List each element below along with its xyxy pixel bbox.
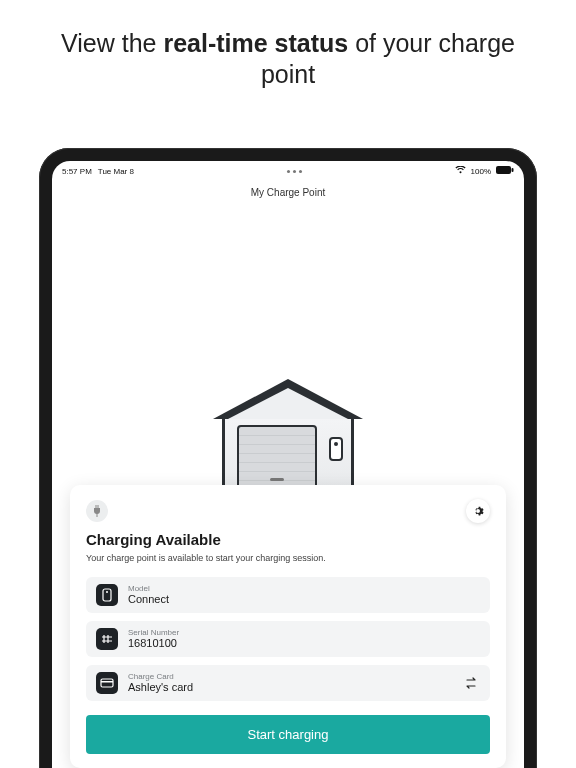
serial-value: 16810100 [128, 637, 179, 649]
info-row-serial[interactable]: Serial Number 16810100 [86, 621, 490, 657]
svg-rect-1 [512, 168, 514, 172]
gear-icon [472, 505, 484, 517]
status-bar: 5:57 PM Tue Mar 8 100% [52, 161, 524, 177]
charger-unit-icon [329, 437, 343, 461]
settings-button[interactable] [466, 499, 490, 523]
info-row-model[interactable]: Model Connect [86, 577, 490, 613]
svg-rect-8 [101, 681, 113, 683]
status-battery-text: 100% [471, 167, 491, 176]
device-frame: 5:57 PM Tue Mar 8 100% My Charge Point [39, 148, 537, 768]
promo-prefix: View the [61, 29, 163, 57]
svg-point-6 [106, 591, 108, 593]
garage-door-icon [237, 425, 317, 487]
svg-rect-5 [103, 589, 111, 601]
status-card: Charging Available Your charge point is … [70, 485, 506, 768]
info-row-card[interactable]: Charge Card Ashley's card [86, 665, 490, 701]
card-title: Charging Available [86, 531, 490, 548]
battery-icon [496, 166, 514, 176]
status-time: 5:57 PM [62, 167, 92, 176]
svg-rect-2 [96, 505, 97, 508]
start-charging-button[interactable]: Start charging [86, 715, 490, 754]
multitask-dots-icon [287, 170, 302, 173]
model-icon [96, 584, 118, 606]
house-illustration [213, 379, 363, 494]
promo-bold: real-time status [163, 29, 348, 57]
serial-label: Serial Number [128, 629, 179, 638]
svg-rect-7 [101, 679, 113, 687]
svg-rect-0 [496, 166, 511, 174]
status-date: Tue Mar 8 [98, 167, 134, 176]
swap-icon [464, 677, 478, 689]
screen: 5:57 PM Tue Mar 8 100% My Charge Point [52, 161, 524, 768]
chargecard-value: Ashley's card [128, 681, 193, 693]
hash-icon [96, 628, 118, 650]
plug-avatar-icon [86, 500, 108, 522]
swap-card-button[interactable] [462, 674, 480, 692]
svg-rect-4 [97, 513, 98, 517]
card-subtitle: Your charge point is available to start … [86, 553, 490, 563]
promo-heading: View the real-time status of your charge… [0, 0, 576, 117]
page-title: My Charge Point [52, 187, 524, 198]
wifi-icon [455, 166, 466, 176]
svg-rect-3 [98, 505, 99, 508]
model-value: Connect [128, 593, 169, 605]
card-icon [96, 672, 118, 694]
chargecard-label: Charge Card [128, 673, 193, 682]
model-label: Model [128, 585, 169, 594]
